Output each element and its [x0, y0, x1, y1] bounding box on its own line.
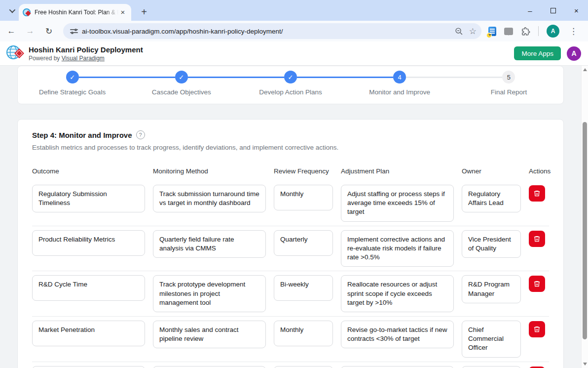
page-content: ✓ Define Strategic Goals ✓ Cascade Objec… [0, 66, 581, 368]
user-avatar[interactable]: A [567, 46, 581, 61]
reload-button[interactable]: ↻ [41, 24, 56, 39]
table-row: R&D Cycle Time Track prototype developme… [32, 271, 549, 316]
table-row: Regulatory Submission Timeliness Track s… [32, 181, 549, 226]
step-label: Final Report [491, 88, 527, 96]
review-frequency-field[interactable]: Monthly [274, 185, 333, 210]
trash-icon [533, 280, 541, 287]
window-minimize-button[interactable]: – [518, 0, 542, 21]
powered-by-prefix: Powered by [29, 55, 62, 62]
trash-icon [533, 190, 541, 197]
new-tab-button[interactable]: + [137, 5, 151, 19]
extensions-area: A ⋮ [488, 25, 580, 38]
page-scrollbar[interactable] [581, 66, 588, 368]
adjustment-plan-field[interactable]: Implement corrective actions and re-eval… [341, 230, 454, 267]
step-label: Define Strategic Goals [39, 88, 106, 96]
comment-extension-icon[interactable] [504, 28, 513, 35]
delete-row-button[interactable] [529, 321, 545, 337]
column-header-actions: Actions [529, 167, 551, 181]
check-icon: ✓ [284, 71, 297, 83]
outcome-field[interactable]: Supplier Compliance [32, 366, 145, 368]
step-number: 4 [393, 71, 406, 83]
delete-row-button[interactable] [529, 276, 545, 292]
trash-icon [533, 326, 541, 333]
table-row: Supplier Compliance Quarterly audit scor… [32, 362, 549, 368]
docs-extension-icon[interactable] [488, 27, 496, 36]
step-monitor-and-improve[interactable]: 4 Monitor and Improve [345, 71, 454, 104]
monitoring-method-field[interactable]: Monthly sales and contract pipeline revi… [153, 321, 266, 348]
app-title: Hoshin Kanri Policy Deployment [29, 45, 143, 54]
outcome-field[interactable]: Product Reliability Metrics [32, 230, 145, 256]
owner-field[interactable]: R&D Program Manager [462, 275, 521, 303]
step-cascade-objectives[interactable]: ✓ Cascade Objectives [127, 71, 236, 104]
owner-field[interactable]: Regulatory Affairs Lead [462, 185, 521, 212]
window-controls: – × [518, 0, 588, 21]
review-frequency-field[interactable]: Monthly [274, 321, 333, 346]
table-header: Outcome Monitoring Method Review Frequen… [32, 167, 549, 181]
table-row: Market Penetration Monthly sales and con… [32, 316, 549, 362]
adjustment-plan-field[interactable]: Initiate supplier improvement plans [341, 366, 454, 368]
url-text[interactable]: ai-toolbox.visual-paradigm.com/app/hoshi… [82, 28, 449, 35]
owner-field[interactable]: Vice President of Quality [462, 230, 521, 258]
column-header-outcome: Outcome [32, 167, 145, 181]
tab-search-button[interactable] [5, 4, 18, 17]
chevron-down-icon [9, 6, 15, 13]
monitoring-method-field[interactable]: Quarterly field failure rate analysis vi… [153, 230, 266, 258]
step-define-strategic-goals[interactable]: ✓ Define Strategic Goals [18, 71, 127, 104]
browser-tab-strip: Free Hoshin Kanri Tool: Plan & E × + – × [0, 0, 588, 21]
tab-close-icon[interactable]: × [118, 8, 127, 17]
forward-button: → [23, 24, 37, 39]
delete-row-button[interactable] [529, 231, 545, 247]
browser-toolbar: ← → ↻ ai-toolbox.visual-paradigm.com/app… [0, 21, 588, 41]
scrollbar-up-icon[interactable] [583, 68, 587, 71]
adjustment-plan-field[interactable]: Revise go-to-market tactics if new contr… [341, 321, 454, 348]
site-settings-icon[interactable] [70, 28, 78, 35]
browser-profile-avatar[interactable]: A [547, 25, 559, 38]
outcome-field[interactable]: R&D Cycle Time [32, 275, 145, 301]
delete-row-button[interactable] [529, 367, 545, 368]
zoom-out-icon[interactable] [455, 27, 463, 36]
app-logo [6, 44, 24, 62]
review-frequency-field[interactable]: Quarterly [274, 366, 333, 368]
adjustment-plan-field[interactable]: Reallocate resources or adjust sprint sc… [341, 275, 454, 312]
column-header-review-frequency: Review Frequency [274, 167, 333, 181]
step-final-report[interactable]: 5 Final Report [454, 71, 563, 104]
owner-field[interactable]: Chief Commercial Officer [462, 321, 521, 358]
extensions-puzzle-icon[interactable] [521, 27, 530, 36]
tab-title: Free Hoshin Kanri Tool: Plan & E [35, 9, 118, 16]
step-develop-action-plans[interactable]: ✓ Develop Action Plans [236, 71, 345, 104]
monitoring-method-field[interactable]: Track submission turnaround time vs targ… [153, 185, 266, 212]
step-label: Cascade Objectives [152, 88, 211, 96]
help-icon[interactable]: ? [136, 130, 145, 139]
check-icon: ✓ [66, 71, 79, 83]
step-description: Establish metrics and processes to track… [32, 144, 549, 151]
owner-field[interactable]: Supplier Quality [462, 366, 521, 368]
window-close-button[interactable]: × [565, 0, 588, 21]
check-icon: ✓ [175, 71, 188, 83]
wizard-stepper: ✓ Define Strategic Goals ✓ Cascade Objec… [17, 66, 564, 104]
maximize-icon [551, 8, 556, 13]
outcome-field[interactable]: Regulatory Submission Timeliness [32, 185, 145, 212]
address-bar[interactable]: ai-toolbox.visual-paradigm.com/app/hoshi… [63, 23, 481, 39]
scrollbar-down-icon[interactable] [583, 363, 587, 366]
step-title: Step 4: Monitor and Improve [32, 131, 132, 139]
monitoring-method-field[interactable]: Quarterly audit scorecards [153, 366, 266, 368]
toolbar-divider [538, 26, 539, 36]
delete-row-button[interactable] [529, 185, 545, 202]
column-header-owner: Owner [462, 167, 521, 181]
outcome-field[interactable]: Market Penetration [32, 321, 145, 346]
powered-by: Powered by Visual Paradigm [29, 55, 143, 62]
bookmark-star-icon[interactable]: ☆ [469, 26, 477, 37]
adjustment-plan-field[interactable]: Adjust staffing or process steps if aver… [341, 185, 454, 222]
scrollbar-thumb[interactable] [583, 122, 587, 339]
review-frequency-field[interactable]: Quarterly [274, 230, 333, 256]
review-frequency-field[interactable]: Bi-weekly [274, 275, 333, 301]
more-apps-button[interactable]: More Apps [514, 46, 561, 60]
monitoring-method-field[interactable]: Track prototype development milestones i… [153, 275, 266, 312]
back-button[interactable]: ← [4, 24, 19, 39]
visual-paradigm-link[interactable]: Visual Paradigm [62, 55, 105, 62]
table-row: Product Reliability Metrics Quarterly fi… [32, 226, 549, 271]
window-maximize-button[interactable] [542, 0, 565, 21]
browser-menu-icon[interactable]: ⋮ [567, 26, 580, 37]
trash-icon [533, 235, 541, 243]
browser-tab[interactable]: Free Hoshin Kanri Tool: Plan & E × [19, 4, 131, 21]
